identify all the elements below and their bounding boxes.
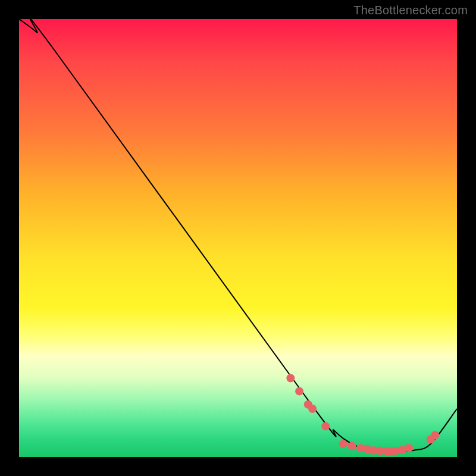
attribution-text: TheBottlenecker.com — [353, 4, 468, 17]
chart-curve — [19, 19, 457, 453]
chart-svg — [19, 19, 457, 457]
chart-plot-area — [19, 19, 457, 457]
chart-marker — [286, 374, 295, 383]
chart-marker — [405, 444, 413, 452]
chart-marker — [321, 422, 330, 430]
chart-marker — [347, 442, 356, 450]
chart-markers — [286, 374, 439, 456]
chart-marker — [339, 440, 347, 448]
chart-marker — [295, 387, 303, 396]
chart-marker — [431, 431, 439, 439]
chart-marker — [308, 405, 317, 413]
